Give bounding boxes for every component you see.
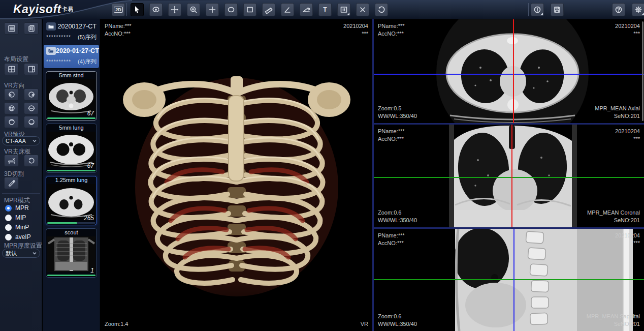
grid-2x2-icon [8,66,16,73]
thumbnail-image-count: 67 [87,162,94,169]
mpr-axial-viewport[interactable]: PName:*** AccNO:*** 20210204 *** Zoom:0.… [374,19,644,123]
text-annotation-button[interactable]: T [318,3,332,16]
layout-thumbnail-view-button[interactable] [24,22,39,35]
load-progress-track [47,117,95,119]
2d-view-button[interactable]: 2D [112,3,125,16]
axial-crosshair-horizontal-blue[interactable] [374,74,644,75]
bed-reset-button[interactable] [24,155,39,167]
head-bottom-icon [27,118,36,126]
vr-head-bottom-button[interactable] [24,116,39,128]
layout-grid-2x2-button[interactable] [4,63,19,75]
wwwl-text: WW/WL:350/40 [378,217,417,224]
study-date-text: 20210204 [615,128,640,135]
pan-tool-button[interactable] [168,3,181,16]
pname-text: PName:*** [378,22,405,30]
series-count: (4)序列 [78,58,96,66]
sagittal-zoom-overlay: Zoom:0.6 WW/WL:350/40 [378,313,417,328]
vr-head-top-button[interactable] [4,116,19,128]
vr-face-back-button[interactable] [24,102,39,114]
save-button[interactable] [551,3,564,16]
study-item-1[interactable]: 20200127-CT ********** (5)序列 [44,20,99,44]
vr-patient-overlay: PName:*** AccNO:*** [105,22,132,38]
remove-bed-button[interactable] [4,155,19,167]
zoom-tool-button[interactable] [187,3,200,16]
radio-label: MinP [15,224,29,231]
delete-annotation-button[interactable] [356,3,369,16]
mpr-thickness-select[interactable]: 默认 [2,249,40,258]
radio-mip[interactable]: MIP [5,214,26,221]
scalpel-cut-button[interactable] [4,177,19,189]
wwwl-text: WW/WL:350/40 [378,112,417,120]
study-item-2[interactable]: 2020-01-27-CT ********** (4)序列 [44,45,99,68]
accno-text: AccNO:*** [378,239,405,247]
thumbnail-label: 5mm lung [46,124,96,131]
image-info-button[interactable] [337,3,350,16]
sidebar-divider [2,193,40,194]
ellipse-annotation-button[interactable] [224,3,238,16]
scalpel-icon [8,179,16,187]
crosshair-tool-button[interactable] [206,3,219,16]
sagittal-date-overlay: 20210204 *** [615,232,640,247]
coronal-date-overlay: 20210204 *** [615,128,640,143]
rotate-3d-tool-button[interactable] [149,3,163,16]
seno-text: SeNO:201 [587,320,640,328]
head-right-icon [27,91,36,98]
load-progress-fill [47,275,95,276]
radio-aveip[interactable]: aveIP [5,233,31,240]
vr-head-left-button[interactable] [4,88,19,101]
patient-masked: ********** [46,35,71,40]
length-measure-button[interactable] [262,3,275,16]
reset-button[interactable] [375,3,388,16]
series-thumbnail-5mm-stnd[interactable]: 5mm stnd 67 [46,71,97,121]
pname-text: PName:*** [378,232,405,239]
report-button[interactable] [531,3,544,16]
vr-3d-viewport[interactable]: PName:*** AccNO:*** 20210204 *** Zoom:1.… [101,19,372,331]
head-left-icon [8,91,16,98]
coronal-crosshair-vertical-red[interactable] [511,125,512,227]
zoom-in-icon [189,6,198,14]
sagittal-crosshair-vertical-blue[interactable] [513,229,514,331]
mpr-sagittal-viewport[interactable]: PName:*** AccNO:*** 20210204 *** Zoom:0.… [374,229,644,331]
rectangle-annotation-button[interactable] [243,3,256,16]
cursor-tool-button[interactable] [131,3,144,16]
toolbar-separator [126,3,127,16]
protractor-icon [302,6,310,14]
brand-name: Kayisoft [13,3,61,16]
radio-mpr[interactable]: MPR [5,204,29,212]
series-thumbnail-5mm-lung[interactable]: 5mm lung 67 [46,124,97,173]
vr-face-front-button[interactable] [4,102,19,114]
top-toolbar: Kayisoft卡易 2D T [0,0,644,19]
2d-icon: 2D [114,7,123,13]
radio-minp[interactable]: MinP [5,224,29,231]
series-thumbnail-scout[interactable]: scout 1 [46,228,97,278]
mpr-coronal-viewport[interactable]: PName:*** AccNO:*** 20210204 *** Zoom:0.… [374,125,644,227]
zoom-text: Zoom:0.5 [378,105,417,112]
vr-date-overlay: 20210204 *** [343,22,368,38]
ellipse-icon [227,6,235,14]
coronal-crosshair-horizontal-green[interactable] [374,177,644,178]
stack-scrollbar[interactable] [642,21,643,121]
split-layout-icon [27,66,36,73]
render-mode-text: MPR_MEAN Coronal [587,209,640,217]
chevron-down-icon [33,139,37,142]
axial-crosshair-vertical-red[interactable] [513,19,514,123]
coronal-zoom-overlay: Zoom:0.6 WW/WL:350/40 [378,209,417,224]
coronal-patient-overlay: PName:*** AccNO:*** [378,128,405,143]
help-button[interactable] [612,3,625,16]
folder-open-icon [46,47,56,55]
vr-preset-select[interactable]: CT-AAA [2,136,40,145]
sagittal-crosshair-horizontal-green[interactable] [374,279,644,280]
angle-measure-button[interactable] [281,3,294,16]
load-progress-track [47,170,95,171]
pname-text: PName:*** [105,22,132,30]
vr-zoom-overlay: Zoom:1.4 [105,320,128,328]
vr-head-right-button[interactable] [24,88,39,101]
layout-main-plus-stack-button[interactable] [24,63,39,75]
render-mode-text: MPR_MEAN Saggital [587,313,640,320]
settings-button[interactable] [632,3,644,16]
cobb-angle-button[interactable] [300,3,313,16]
thumbnail-image-count: 1 [90,267,94,274]
series-thumbnail-125mm-lung[interactable]: 1.25mm lung 265 [46,176,97,225]
study-title: 2020-01-27-CT [56,47,99,54]
layout-report-view-button[interactable] [4,22,19,35]
